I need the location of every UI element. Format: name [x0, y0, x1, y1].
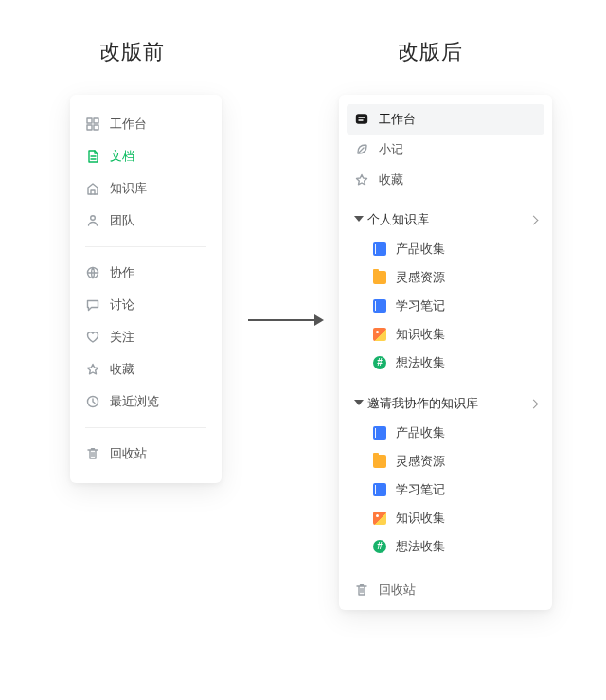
label: 灵感资源 [396, 269, 445, 286]
item-trash[interactable]: 回收站 [339, 574, 552, 606]
item-workbench[interactable]: 工作台 [347, 104, 544, 135]
label: 学习笔记 [396, 481, 445, 498]
item-favorites[interactable]: 收藏 [339, 165, 552, 195]
label: 团队 [110, 212, 206, 229]
kb-item[interactable]: 灵感资源 [339, 447, 552, 476]
kb-item[interactable]: 知识收集 [339, 320, 552, 349]
chevron-right-icon [529, 215, 539, 224]
image-icon [373, 512, 386, 525]
book-icon [373, 242, 386, 256]
item-collab[interactable]: 协作 [70, 257, 222, 289]
star-icon [354, 172, 369, 188]
label: 文档 [110, 148, 206, 165]
heart-icon [85, 330, 100, 345]
item-knowledge[interactable]: 知识库 [70, 172, 222, 205]
grid-icon [85, 117, 100, 132]
item-discuss[interactable]: 讨论 [70, 289, 222, 321]
svg-rect-9 [357, 115, 367, 123]
workbench-icon [354, 112, 369, 127]
star-icon [85, 362, 100, 377]
kb-item[interactable]: 灵感资源 [339, 263, 552, 292]
svg-rect-2 [87, 125, 92, 130]
kb-item[interactable]: 产品收集 [339, 419, 552, 447]
chat-icon [85, 297, 100, 313]
label: 产品收集 [396, 424, 445, 441]
team-icon [85, 213, 100, 228]
item-workbench[interactable]: 工作台 [70, 108, 222, 140]
item-recent[interactable]: 最近浏览 [70, 386, 222, 418]
label: 个人知识库 [367, 211, 530, 228]
arrow-right-icon [248, 314, 324, 326]
document-icon [85, 149, 100, 164]
svg-rect-3 [94, 125, 98, 130]
label: 知识库 [110, 180, 206, 197]
label: 回收站 [379, 582, 537, 599]
folder-icon [373, 455, 386, 468]
label: 邀请我协作的知识库 [367, 395, 530, 412]
label: 工作台 [379, 111, 537, 128]
label: 最近浏览 [110, 393, 206, 410]
caret-down-icon [352, 215, 362, 224]
hash-icon [373, 356, 386, 369]
heading-after: 改版后 [398, 38, 463, 66]
leaf-icon [354, 142, 369, 157]
sidebar-before: 工作台 文档 知识库 团队 协作 讨论 关注 收藏 最近浏览 回收站 [70, 95, 222, 483]
label: 灵感资源 [396, 453, 445, 470]
globe-icon [85, 265, 100, 280]
svg-point-6 [91, 216, 96, 221]
sidebar-after: 工作台 小记 收藏 个人知识库 产品收集 灵感资源 学习笔记 知识收集 想法收集… [339, 95, 552, 610]
label: 产品收集 [396, 241, 445, 258]
image-icon [373, 328, 386, 341]
chevron-right-icon [529, 399, 539, 408]
folder-icon [373, 271, 386, 284]
divider [85, 246, 206, 247]
kb-item[interactable]: 学习笔记 [339, 476, 552, 504]
kb-item[interactable]: 知识收集 [339, 504, 552, 532]
kb-item[interactable]: 产品收集 [339, 235, 552, 263]
item-favorites[interactable]: 收藏 [70, 353, 222, 386]
label: 收藏 [110, 361, 206, 378]
label: 知识收集 [396, 326, 445, 343]
label: 协作 [110, 264, 206, 281]
label: 小记 [379, 141, 537, 158]
clock-icon [85, 394, 100, 409]
library-icon [85, 181, 100, 196]
book-icon [373, 299, 386, 313]
label: 关注 [110, 329, 206, 346]
kb-item[interactable]: 想法收集 [339, 532, 552, 561]
label: 回收站 [110, 445, 206, 462]
label: 工作台 [110, 116, 206, 133]
kb-item[interactable]: 想法收集 [339, 349, 552, 377]
section-shared[interactable]: 邀请我协作的知识库 [339, 388, 552, 419]
divider [85, 427, 206, 428]
item-docs[interactable]: 文档 [70, 140, 222, 172]
book-icon [373, 483, 386, 496]
section-personal[interactable]: 个人知识库 [339, 205, 552, 235]
caret-down-icon [352, 399, 362, 408]
kb-item[interactable]: 学习笔记 [339, 292, 552, 320]
svg-rect-1 [94, 118, 98, 123]
heading-before: 改版前 [99, 38, 165, 66]
book-icon [373, 426, 386, 440]
trash-icon [354, 583, 369, 598]
trash-icon [85, 446, 100, 461]
label: 想法收集 [396, 538, 445, 555]
item-trash[interactable]: 回收站 [70, 438, 222, 470]
label: 想法收集 [396, 354, 445, 371]
svg-rect-0 [87, 118, 92, 123]
label: 学习笔记 [396, 297, 445, 314]
label: 收藏 [379, 171, 537, 188]
label: 知识收集 [396, 510, 445, 527]
hash-icon [373, 540, 386, 553]
item-notes[interactable]: 小记 [339, 135, 552, 165]
label: 讨论 [110, 296, 206, 314]
item-follow[interactable]: 关注 [70, 321, 222, 353]
item-team[interactable]: 团队 [70, 205, 222, 237]
